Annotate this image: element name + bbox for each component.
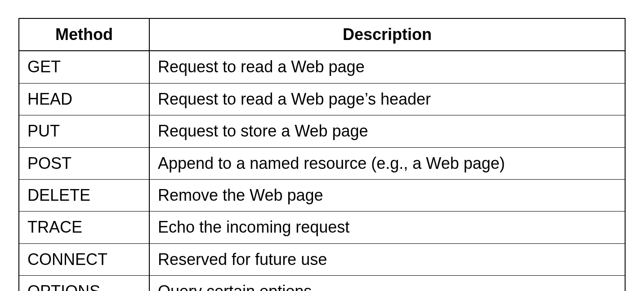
table-row: POST Append to a named resource (e.g., a… [19, 147, 625, 179]
table-header-row: Method Description [19, 18, 625, 51]
cell-method: PUT [19, 115, 149, 147]
table-row: OPTIONS Query certain options [19, 276, 625, 291]
cell-method: HEAD [19, 83, 149, 115]
http-methods-table: Method Description GET Request to read a… [18, 18, 626, 291]
header-description: Description [149, 18, 625, 51]
table-row: GET Request to read a Web page [19, 51, 625, 83]
table-row: PUT Request to store a Web page [19, 115, 625, 147]
cell-description: Reserved for future use [149, 243, 625, 275]
cell-method: DELETE [19, 179, 149, 211]
cell-description: Request to store a Web page [149, 115, 625, 147]
cell-method: GET [19, 51, 149, 83]
cell-method: POST [19, 147, 149, 179]
cell-description: Append to a named resource (e.g., a Web … [149, 147, 625, 179]
cell-description: Echo the incoming request [149, 212, 625, 243]
table-row: HEAD Request to read a Web page’s header [19, 83, 625, 115]
table-row: TRACE Echo the incoming request [19, 212, 625, 243]
cell-description: Request to read a Web page’s header [149, 83, 625, 115]
header-method: Method [19, 18, 149, 51]
cell-description: Query certain options [149, 276, 625, 291]
cell-description: Request to read a Web page [149, 51, 625, 83]
cell-method: TRACE [19, 212, 149, 243]
cell-method: OPTIONS [19, 276, 149, 291]
table-row: CONNECT Reserved for future use [19, 243, 625, 275]
table-row: DELETE Remove the Web page [19, 179, 625, 211]
cell-description: Remove the Web page [149, 179, 625, 211]
cell-method: CONNECT [19, 243, 149, 275]
